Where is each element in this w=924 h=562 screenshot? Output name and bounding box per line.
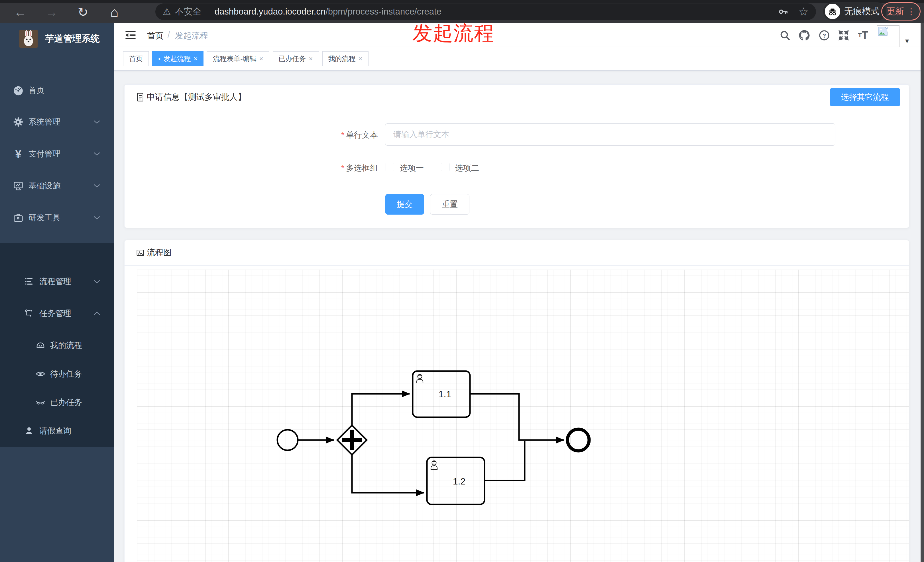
tags-view-bar: 首页 ● 发起流程 × 流程表单-编辑 × 已办任务 × 我的流程 × (114, 47, 924, 71)
tab-start-process[interactable]: ● 发起流程 × (152, 51, 204, 66)
tab-label: 发起流程 (163, 54, 190, 63)
reset-button[interactable]: 重置 (430, 194, 470, 214)
sidebar-item-label: 待办任务 (50, 369, 82, 379)
tab-close-icon[interactable]: × (259, 55, 263, 63)
tab-home[interactable]: 首页 (123, 51, 149, 66)
checkbox-option-2-label[interactable]: 选项二 (455, 163, 479, 174)
incognito-badge: 无痕模式 (823, 2, 886, 21)
select-other-process-button[interactable]: 选择其它流程 (830, 88, 900, 106)
sidebar-item-home[interactable]: 首页 (0, 74, 114, 106)
briefcase-icon (12, 212, 24, 223)
document-icon (136, 93, 144, 102)
gear-icon (12, 116, 24, 128)
chevron-up-icon (93, 312, 100, 315)
tab-close-icon[interactable]: × (309, 55, 313, 63)
sidebar-item-label: 流程管理 (39, 276, 71, 287)
tab-done-tasks[interactable]: 已办任务 × (273, 51, 319, 66)
key-icon[interactable] (778, 7, 788, 16)
app-title: 芋道管理系统 (45, 33, 100, 45)
monitor-icon (12, 180, 24, 192)
eye-closed-icon (35, 397, 46, 408)
sidebar-collapse-button[interactable] (124, 29, 137, 41)
tab-form-edit[interactable]: 流程表单-编辑 × (207, 51, 269, 66)
app-header: 首页 / 发起流程 ? TT (114, 23, 924, 47)
chevron-down-icon (93, 280, 100, 283)
tab-close-icon[interactable]: × (358, 55, 363, 63)
bpmn-grid (137, 270, 909, 562)
browser-tabstrip (0, 0, 924, 3)
sidebar-item-process-mgmt[interactable]: 流程管理 (0, 265, 114, 298)
chevron-down-icon (93, 184, 100, 188)
tab-label: 首页 (129, 54, 143, 63)
browser-back-button[interactable]: ← (10, 3, 30, 21)
browser-update-button[interactable]: 更新 ⋮ (881, 2, 921, 21)
bpmn-canvas[interactable]: 1.1 1.2 (124, 265, 909, 562)
field-label-text: 多选框组 (346, 163, 378, 172)
app-logo-row[interactable]: 芋道管理系统 (0, 27, 114, 50)
sidebar-item-task-mgmt[interactable]: 任务管理 (0, 298, 114, 330)
tab-close-icon[interactable]: × (194, 55, 198, 63)
chevron-down-icon (93, 120, 100, 124)
chevron-down-icon (93, 216, 100, 220)
dashboard-icon (12, 85, 24, 96)
font-size-small-glyph: T (858, 31, 862, 39)
not-secure-warning-icon[interactable]: ⚠ (163, 6, 171, 17)
checkbox-option-2[interactable] (441, 163, 450, 171)
url-path: /bpm/process-instance/create (326, 6, 441, 17)
active-dot-icon: ● (158, 57, 160, 61)
breadcrumb-current: 发起流程 (175, 30, 208, 42)
sidebar-item-label: 我的流程 (50, 340, 82, 351)
browser-reload-button[interactable]: ↻ (73, 3, 93, 21)
sidebar-item-done-tasks[interactable]: 已办任务 (0, 387, 114, 418)
sidebar-item-leave-query[interactable]: 请假查询 (0, 415, 114, 447)
font-size-icon[interactable]: TT (857, 29, 869, 42)
apply-info-card-header: 申请信息【测试多审批人】 选择其它流程 (124, 85, 909, 110)
browser-menu-icon[interactable]: ⋮ (907, 6, 915, 16)
chevron-down-icon (93, 152, 100, 156)
sidebar-item-label: 首页 (28, 85, 45, 96)
checkbox-group-label: *多选框组 (258, 163, 378, 174)
fullscreen-icon[interactable] (837, 29, 850, 42)
browser-forward-button[interactable]: → (42, 3, 62, 21)
breadcrumb-separator: / (168, 30, 170, 40)
github-icon[interactable] (798, 29, 811, 42)
breadcrumb-home[interactable]: 首页 (147, 30, 164, 42)
help-icon[interactable]: ? (818, 29, 831, 42)
single-line-text-input[interactable] (385, 123, 836, 145)
tab-my-process[interactable]: 我的流程 × (322, 51, 369, 66)
not-secure-label: 不安全 (175, 6, 201, 18)
sidebar-item-label: 任务管理 (39, 308, 71, 319)
eye-icon (35, 368, 46, 380)
avatar-caret-icon[interactable]: ▾ (905, 36, 909, 45)
sidebar-item-my-process[interactable]: 我的流程 (0, 330, 114, 361)
person-icon (23, 425, 35, 437)
sidebar-item-payment[interactable]: ¥ 支付管理 (0, 138, 114, 170)
page-scrollbar[interactable] (921, 23, 924, 562)
required-asterisk: * (341, 163, 344, 172)
avatar[interactable] (877, 25, 900, 48)
sidebar-item-label: 基础设施 (28, 180, 60, 191)
sidebar-item-label: 支付管理 (28, 148, 60, 159)
sidebar-item-todo-tasks[interactable]: 待办任务 (0, 358, 114, 390)
apply-info-card: 申请信息【测试多审批人】 选择其它流程 *单行文本 *多选框组 选项一 选项二 … (124, 84, 909, 228)
address-bar[interactable]: ⚠ 不安全 dashboard.yudao.iocoder.cn /bpm/pr… (155, 3, 816, 20)
update-label: 更新 (886, 5, 904, 17)
checkbox-option-1[interactable] (386, 163, 394, 171)
apply-info-title: 申请信息【测试多审批人】 (147, 91, 246, 103)
svg-text:?: ? (822, 33, 826, 39)
submit-button[interactable]: 提交 (386, 194, 424, 214)
browser-home-button[interactable]: ⌂ (104, 3, 124, 21)
process-diagram-card: 流程图 (124, 240, 909, 562)
incognito-icon (825, 4, 840, 19)
sidebar-item-system[interactable]: 系统管理 (0, 106, 114, 138)
bookmark-star-icon[interactable]: ☆ (798, 6, 808, 17)
sidebar-item-devtools[interactable]: 研发工具 (0, 202, 114, 234)
search-icon[interactable] (778, 29, 791, 42)
robot-icon (35, 340, 46, 351)
tab-label: 流程表单-编辑 (213, 54, 256, 63)
sidebar-item-infra[interactable]: 基础设施 (0, 170, 114, 202)
checkbox-option-1-label[interactable]: 选项一 (400, 163, 424, 174)
field-label-text: 单行文本 (346, 130, 378, 139)
tree-icon (23, 308, 35, 319)
sidebar-item-label: 已办任务 (50, 397, 82, 408)
